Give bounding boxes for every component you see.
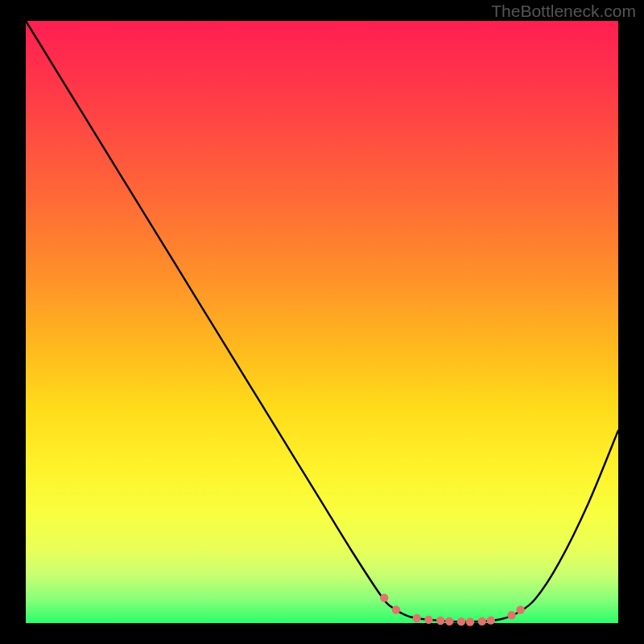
highlight-dot bbox=[507, 611, 515, 619]
highlight-dot bbox=[436, 617, 444, 625]
highlight-dot bbox=[445, 617, 453, 625]
chart-svg bbox=[26, 21, 618, 623]
highlight-dot bbox=[478, 617, 486, 625]
highlight-dot bbox=[380, 593, 388, 601]
highlight-dot bbox=[516, 605, 524, 613]
bottleneck-curve bbox=[26, 21, 618, 622]
highlight-dot bbox=[457, 617, 465, 625]
highlight-dot bbox=[413, 614, 421, 622]
highlight-dot bbox=[424, 616, 432, 624]
highlight-dot bbox=[487, 616, 495, 624]
plot-area bbox=[26, 21, 618, 623]
watermark-text: TheBottleneck.com bbox=[491, 2, 636, 21]
highlight-dot bbox=[466, 617, 474, 625]
highlight-dot bbox=[392, 605, 400, 613]
highlight-dots bbox=[380, 593, 525, 625]
